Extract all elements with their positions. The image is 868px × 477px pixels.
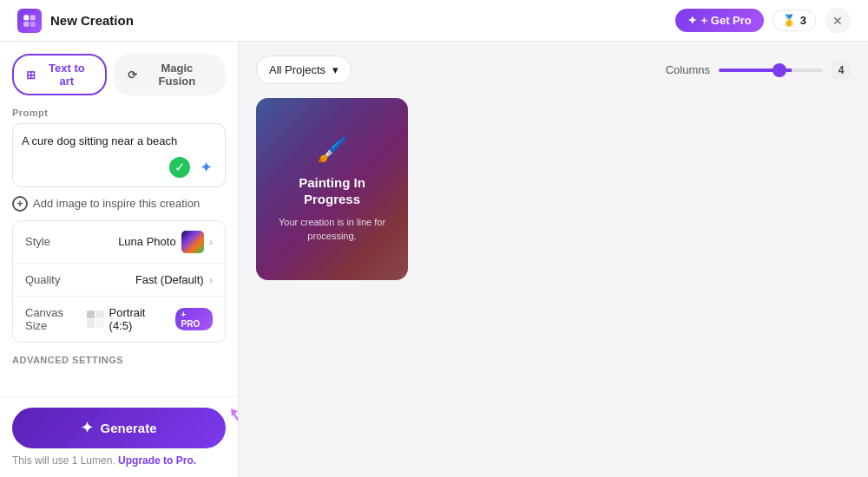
svg-rect-3	[30, 21, 36, 26]
close-icon: ✕	[832, 14, 843, 28]
upgrade-link[interactable]: Upgrade to Pro.	[118, 454, 196, 467]
card-title: Painting In Progress	[273, 174, 391, 208]
advanced-settings-label: ADVANCED SETTINGS	[0, 343, 238, 369]
star-icon: ✦	[687, 14, 697, 27]
svg-rect-2	[23, 21, 29, 26]
add-image-row[interactable]: + Add image to inspire this creation	[0, 187, 238, 220]
generate-label: Generate	[100, 421, 156, 435]
canvas-label: Canvas Size	[25, 306, 87, 332]
paint-roller-icon: 🖌️	[317, 135, 347, 164]
columns-slider[interactable]	[719, 69, 823, 72]
lumen-info: This will use 1 Lumen.	[12, 454, 115, 467]
chevron-right-icon: ›	[209, 235, 213, 248]
header-right: ✦ + Get Pro 🥇 3 ✕	[675, 8, 851, 34]
lumen-text: This will use 1 Lumen. Upgrade to Pro.	[12, 454, 226, 467]
project-dropdown-label: All Projects	[269, 63, 326, 76]
quality-chevron-icon: ›	[209, 273, 213, 286]
plus-circle-icon: +	[12, 196, 28, 212]
tabs-row: ⊞ Text to art ⟳ Magic Fusion	[0, 42, 238, 95]
get-pro-label: + Get Pro	[701, 14, 752, 27]
text-art-icon: ⊞	[26, 69, 36, 82]
pro-badge: + PRO	[175, 308, 213, 330]
tab-magic-fusion[interactable]: ⟳ Magic Fusion	[114, 54, 226, 95]
app-header: New Creation ✦ + Get Pro 🥇 3 ✕	[0, 0, 868, 42]
tab-text-to-art-label: Text to art	[41, 62, 93, 88]
prompt-text: A cure dog sitting near a beach	[22, 133, 216, 150]
medal-icon: 🥇	[782, 14, 796, 27]
art-card: 🖌️ Painting In Progress Your creation is…	[256, 98, 408, 280]
canvas-size-icon	[87, 310, 103, 328]
prompt-icons: ✓ ✦	[22, 157, 216, 178]
gemini-icon[interactable]: ✦	[195, 157, 216, 178]
get-pro-button[interactable]: ✦ + Get Pro	[675, 9, 764, 32]
svg-marker-4	[231, 408, 238, 416]
svg-rect-0	[23, 15, 29, 20]
style-thumbnail	[181, 231, 204, 253]
tab-text-to-art[interactable]: ⊞ Text to art	[12, 54, 107, 95]
svg-rect-1	[30, 15, 36, 20]
columns-label: Columns	[666, 63, 710, 76]
style-value-group: Luna Photo ›	[118, 231, 213, 253]
columns-value: 4	[832, 61, 851, 80]
prompt-section-label: Prompt	[0, 95, 238, 123]
tab-magic-fusion-label: Magic Fusion	[142, 62, 212, 88]
quality-value-group: Fast (Default) ›	[135, 273, 213, 286]
main-layout: ⊞ Text to art ⟳ Magic Fusion Prompt A cu…	[0, 42, 868, 477]
sparkle-icon: ✦	[81, 419, 93, 437]
sidebar: ⊞ Text to art ⟳ Magic Fusion Prompt A cu…	[0, 42, 239, 477]
quality-label: Quality	[25, 273, 60, 286]
close-button[interactable]: ✕	[825, 8, 851, 34]
generate-button[interactable]: ✦ Generate	[12, 408, 226, 448]
credits-value: 3	[800, 14, 806, 27]
quality-row[interactable]: Quality Fast (Default) ›	[13, 264, 225, 297]
canvas-value: Portrait (4:5)	[109, 306, 170, 332]
columns-control: Columns 4	[666, 61, 851, 80]
page-title: New Creation	[50, 13, 134, 28]
header-left: New Creation	[17, 9, 134, 33]
grammar-check-icon[interactable]: ✓	[169, 157, 190, 178]
project-dropdown[interactable]: All Projects ▾	[256, 56, 352, 84]
card-subtitle: Your creation is in line for processing.	[273, 215, 391, 244]
credits-badge: 🥇 3	[773, 10, 816, 31]
quality-value: Fast (Default)	[135, 273, 204, 286]
app-logo	[17, 9, 42, 33]
style-value: Luna Photo	[118, 235, 176, 248]
style-row[interactable]: Style Luna Photo ›	[13, 221, 225, 264]
style-label: Style	[25, 235, 50, 248]
card-overlay: 🖌️ Painting In Progress Your creation is…	[256, 98, 408, 280]
dropdown-chevron-icon: ▾	[332, 63, 339, 76]
content-toolbar: All Projects ▾ Columns 4	[256, 56, 851, 84]
generate-section: ✦ Generate This will use 1 Lumen. Upgrad…	[0, 396, 238, 477]
magic-fusion-icon: ⟳	[128, 69, 137, 82]
canvas-row[interactable]: Canvas Size Portrait (4:5) + PRO	[13, 297, 225, 342]
add-image-label: Add image to inspire this creation	[33, 197, 200, 210]
content-area: All Projects ▾ Columns 4 🖌️ Painting In …	[239, 42, 868, 477]
settings-panel: Style Luna Photo › Quality Fast (Default…	[12, 220, 226, 343]
prompt-box[interactable]: A cure dog sitting near a beach ✓ ✦	[12, 123, 226, 187]
arrow-decoration	[225, 404, 239, 447]
canvas-value-group: Portrait (4:5) + PRO	[87, 306, 213, 332]
